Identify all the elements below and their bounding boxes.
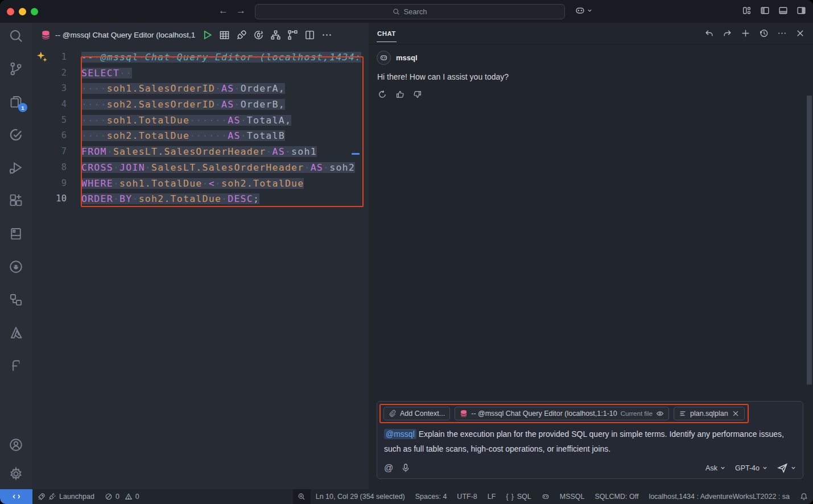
zoom-status-item[interactable] [293,489,311,504]
add-context-chip[interactable]: Add Context... [383,407,450,420]
language-mode-status[interactable]: { }SQL [501,489,536,504]
disconnect-button[interactable] [236,30,247,40]
thumbs-up-button[interactable] [395,90,405,99]
code-line[interactable]: 7FROM·SalesLT.SalesOrderHeader·AS·soh1 [32,144,369,160]
mode-dropdown[interactable]: Ask [705,464,725,472]
status-bar: Launchpad 0 0 Ln 10, Col 29 (354 selecte… [0,489,813,504]
current-file-chip[interactable]: -- @mssql Chat Query Editor (localhost,1… [455,407,669,420]
code-line[interactable]: 3····soh1.SalesOrderID·AS·OrderA, [32,81,369,97]
estimated-plan-button[interactable] [270,30,281,40]
sidebar-item-source-control[interactable] [9,61,23,76]
toggle-panel-icon[interactable] [778,6,788,15]
minimize-window-button[interactable] [19,8,26,15]
chat-more-actions-button[interactable] [777,28,787,38]
code-line[interactable]: 9WHERE·soh1.TotalDue·<·soh2.TotalDue [32,176,369,192]
customize-layout-icon[interactable] [742,6,752,15]
sidebar-item-settings[interactable] [9,466,23,481]
toggle-secondary-sidebar-icon[interactable] [797,6,806,15]
chat-scrollbar[interactable] [807,96,812,385]
code-editor[interactable]: 1--·@mssql·Chat·Query·Editor·(localhost,… [32,47,369,489]
code-text: ····soh1.TotalDue······AS·TotalA, [81,113,291,129]
database-projects-icon [9,226,23,241]
more-actions-button[interactable] [321,30,332,40]
code-text: ····soh2.TotalDue······AS·TotalB [81,128,285,144]
eye-icon[interactable] [656,410,664,418]
results-grid-button[interactable] [219,30,230,40]
selection-highlight: WHERE·soh1.TotalDue·<·soh2.TotalDue [81,178,304,189]
model-dropdown[interactable]: GPT-4o [735,464,767,472]
mssql-mention-chip[interactable]: @mssql [384,429,416,439]
copilot-menu[interactable] [575,5,592,16]
close-window-button[interactable] [7,8,14,15]
toggle-primary-sidebar-icon[interactable] [760,6,770,15]
problems-status-item[interactable]: 0 0 [100,489,145,504]
sidebar-item-extensions[interactable] [9,193,23,208]
sidebar-item-testing[interactable] [9,127,23,142]
error-icon [105,493,113,501]
notifications-bell[interactable] [795,489,813,504]
braces-icon: { } [506,493,514,501]
selection-highlight: ORDER·BY·soh2.TotalDue·DESC; [81,193,259,204]
back-arrow-icon[interactable]: ← [218,5,228,16]
code-line[interactable]: 5····soh1.TotalDue······AS·TotalA, [32,113,369,129]
mssql-status[interactable]: MSSQL [555,489,590,504]
code-line[interactable]: 6····soh2.TotalDue······AS·TotalB [32,128,369,144]
chevron-down-icon [791,465,796,470]
chevron-down-icon [762,465,767,470]
sidebar-item-github[interactable] [9,259,23,274]
split-editor-button[interactable] [304,30,315,40]
actual-plan-button[interactable] [287,30,298,40]
selection-highlight: ····soh1.SalesOrderID·AS·OrderA, [81,83,285,94]
extensions-icon [9,193,23,208]
thumbs-down-button[interactable] [413,90,422,99]
copilot-status[interactable] [537,489,555,504]
selection-highlight: ····soh1.TotalDue······AS·TotalA, [81,115,291,126]
at-mention-button[interactable]: @ [384,463,393,473]
indentation-status[interactable]: Spaces: 4 [410,489,452,504]
eol-status[interactable]: LF [482,489,501,504]
forward-arrow-icon[interactable]: → [236,5,246,16]
sqlcmd-status[interactable]: SQLCMD: Off [590,489,644,504]
change-connection-button[interactable] [253,30,264,40]
chat-new-chat-button[interactable] [741,28,750,38]
sidebar-item-azure[interactable] [9,325,23,340]
encoding-status[interactable]: UTF-8 [452,489,482,504]
code-line[interactable]: 8CROSS·JOIN·SalesLT.SalesOrderHeader·AS·… [32,160,369,176]
fabric-icon [9,358,23,373]
paperclip-icon [389,410,397,418]
sidebar-item-search[interactable] [9,28,23,43]
regenerate-button[interactable] [378,90,387,99]
copilot-icon [575,5,585,16]
sidebar-item-sql-connections[interactable] [9,292,23,307]
chat-undo-button[interactable] [704,28,714,38]
chat-prompt-text[interactable]: @mssql Explain the execution plan for th… [379,423,797,456]
chat-show-chats-button[interactable] [759,28,769,38]
remote-indicator[interactable] [0,489,32,504]
launchpad-status-item[interactable]: Launchpad [32,489,100,504]
plan-file-chip[interactable]: plan.sqlplan [674,407,745,420]
chat-redo-button[interactable] [723,28,732,38]
add-context-chip-label: Add Context... [400,410,445,418]
code-line[interactable]: 2SELECT·· [32,65,369,81]
mic-icon[interactable] [402,464,410,473]
connection-status[interactable]: localhost,1434 : AdventureWorksLT2022 : … [643,489,795,504]
code-line[interactable]: 1--·@mssql·Chat·Query·Editor·(localhost,… [32,49,369,65]
sidebar-item-explorer[interactable]: 1 [9,94,23,109]
run-query-button[interactable] [202,30,213,40]
close-icon[interactable] [732,410,740,418]
sidebar-item-run-and-debug[interactable] [9,160,23,175]
cursor-position-status[interactable]: Ln 10, Col 29 (354 selected) [311,489,410,504]
sidebar-item-database-projects[interactable] [9,226,23,241]
chip-suffix: Current file [621,410,653,417]
zoom-window-button[interactable] [31,8,38,15]
tab-chat[interactable]: CHAT [377,24,397,42]
send-button[interactable] [777,462,796,473]
sidebar-item-fabric[interactable] [9,358,23,373]
command-center-search[interactable]: Search [255,4,565,19]
sidebar-item-accounts[interactable] [9,437,23,452]
code-line[interactable]: 10ORDER·BY·soh2.TotalDue·DESC; [32,191,369,207]
search-icon [9,28,23,43]
editor-tab[interactable]: -- @mssql Chat Query Editor (localhost,1 [32,23,201,47]
chat-close-button[interactable] [795,28,805,38]
code-line[interactable]: 4····soh2.SalesOrderID·AS·OrderB, [32,97,369,113]
